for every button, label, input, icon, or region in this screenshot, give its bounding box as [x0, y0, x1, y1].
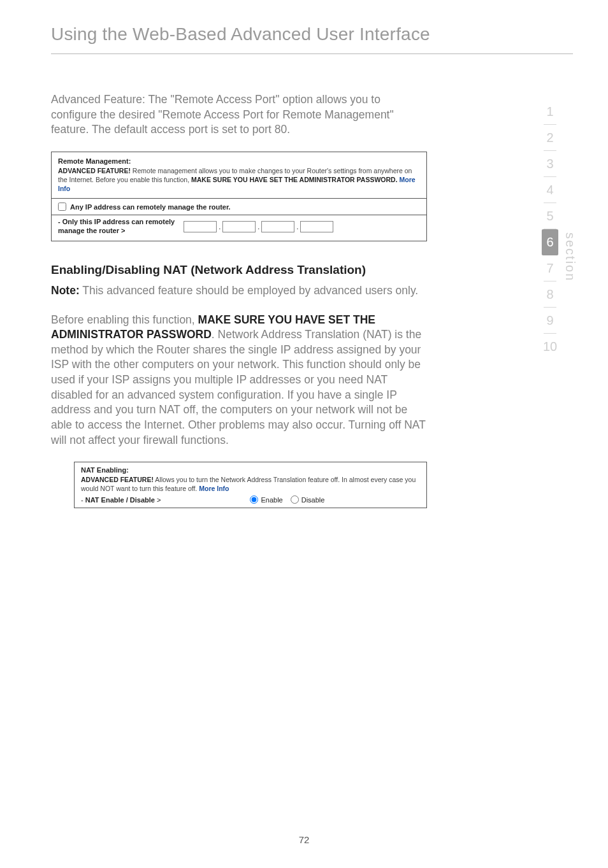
nat-enable-radio[interactable] — [250, 495, 258, 504]
nat-disable-option[interactable]: Disable — [291, 495, 325, 504]
adv-feature-bold: ADVANCED FEATURE! — [58, 167, 131, 174]
page-title: Using the Web-Based Advanced User Interf… — [0, 0, 608, 51]
only-ip-label: - Only this IP address can remotely mana… — [58, 218, 175, 236]
nat-panel-heading: NAT Enabling: — [81, 466, 420, 474]
nat-note-bold: Note: — [51, 284, 80, 297]
intro-paragraph: Advanced Feature: The "Remote Access Por… — [51, 92, 427, 138]
nav-item-5[interactable]: 5 — [542, 203, 558, 229]
remote-text-bold2: MAKE SURE YOU HAVE SET THE ADMINISTRATOR… — [191, 176, 398, 183]
nat-adv-feature-bold: ADVANCED FEATURE! — [81, 476, 154, 483]
nav-item-3[interactable]: 3 — [542, 151, 558, 177]
nat-enable-row: - NAT Enable / Disable > Enable Disable — [81, 493, 420, 504]
ip-octet-1[interactable] — [184, 221, 217, 232]
dot-icon: . — [296, 223, 299, 231]
nav-item-10[interactable]: 10 — [542, 334, 558, 360]
nav-item-4[interactable]: 4 — [542, 177, 558, 203]
nat-disable-radio[interactable] — [291, 495, 299, 504]
any-ip-label[interactable]: Any IP address can remotely manage the r… — [58, 203, 420, 211]
nat-para-rest: . Network Address Translation (NAT) is t… — [51, 328, 426, 446]
page-number: 72 — [0, 834, 608, 845]
nat-more-info-link[interactable]: More Info — [199, 485, 229, 492]
ip-octet-4[interactable] — [300, 221, 333, 232]
main-content: Advanced Feature: The "Remote Access Por… — [0, 54, 497, 508]
nav-item-1[interactable]: 1 — [542, 99, 558, 125]
nav-item-2[interactable]: 2 — [542, 125, 558, 151]
nat-section-heading: Enabling/Disabling NAT (Network Address … — [51, 263, 427, 277]
nat-panel-text: ADVANCED FEATURE! Allows you to turn the… — [81, 475, 420, 493]
section-label: section — [563, 99, 577, 281]
remote-management-panel: Remote Management: ADVANCED FEATURE! Rem… — [51, 152, 427, 241]
nat-paragraph: Before enabling this function, MAKE SURE… — [51, 313, 427, 448]
nat-note-rest: This advanced feature should be employed… — [80, 284, 419, 297]
nat-radio-group: Enable Disable — [250, 495, 324, 504]
remote-panel-text: ADVANCED FEATURE! Remote management allo… — [58, 166, 420, 194]
only-ip-row: - Only this IP address can remotely mana… — [52, 215, 426, 241]
nav-item-7[interactable]: 7 — [542, 255, 558, 281]
any-ip-checkbox[interactable] — [58, 203, 66, 211]
ip-input-group: . . . — [184, 221, 333, 232]
nav-item-9[interactable]: 9 — [542, 308, 558, 334]
nav-numbers: 1 2 3 4 5 6 7 8 9 10 — [542, 99, 558, 360]
nav-item-6[interactable]: 6 — [542, 229, 558, 255]
nav-item-8[interactable]: 8 — [542, 281, 558, 308]
nat-disable-label: Disable — [301, 496, 325, 504]
nat-enable-label: Enable — [261, 496, 282, 504]
nat-note: Note: This advanced feature should be em… — [51, 283, 427, 299]
dot-icon: . — [218, 223, 221, 231]
nat-para-pre: Before enabling this function, — [51, 313, 198, 326]
any-ip-row: Any IP address can remotely manage the r… — [52, 199, 426, 215]
section-side-nav: 1 2 3 4 5 6 7 8 9 10 section — [542, 99, 577, 360]
ip-octet-3[interactable] — [261, 221, 294, 232]
ip-octet-2[interactable] — [222, 221, 256, 232]
nat-row-label: - NAT Enable / Disable > — [81, 496, 161, 504]
nat-enable-option[interactable]: Enable — [250, 495, 282, 504]
any-ip-text: Any IP address can remotely manage the r… — [70, 203, 231, 211]
nat-enabling-panel: NAT Enabling: ADVANCED FEATURE! Allows y… — [74, 462, 427, 508]
dot-icon: . — [257, 223, 260, 231]
remote-panel-heading: Remote Management: — [58, 157, 420, 165]
